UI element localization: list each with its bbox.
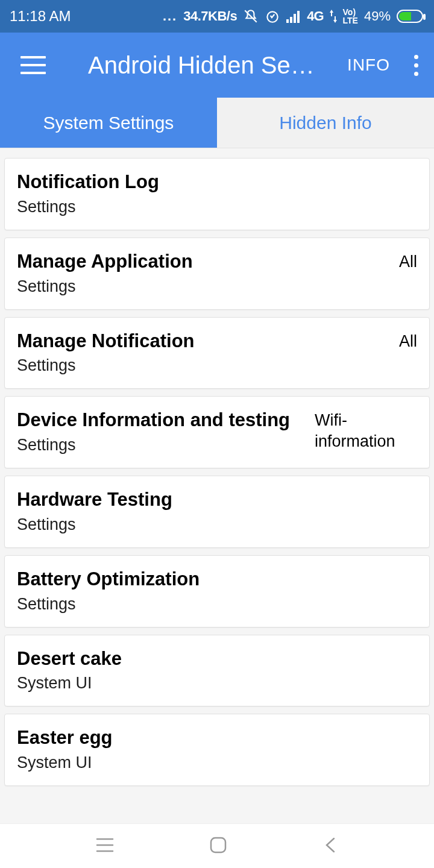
list-item-right: All xyxy=(399,250,417,272)
menu-icon[interactable] xyxy=(20,56,46,74)
list-item[interactable]: Notification Log Settings xyxy=(4,158,430,230)
status-right: ... 34.7KB/s 4G xyxy=(163,8,423,25)
overflow-menu-icon[interactable] xyxy=(412,52,421,78)
info-button[interactable]: INFO xyxy=(347,55,390,75)
app-title: Android Hidden Se… xyxy=(88,52,347,79)
tab-bar: System Settings Hidden Info xyxy=(0,98,434,148)
status-bar: 11:18 AM ... 34.7KB/s 4G xyxy=(0,0,434,33)
list-item-title: Device Information and testing xyxy=(17,409,304,432)
list-item-sub: Settings xyxy=(17,436,304,454)
tab-system-settings[interactable]: System Settings xyxy=(0,98,217,148)
status-more-icon: ... xyxy=(163,8,177,24)
list-item-title: Desert cake xyxy=(17,647,406,671)
list-item-right: All xyxy=(399,330,417,352)
svg-rect-6 xyxy=(335,16,336,20)
list-item-sub: System UI xyxy=(17,753,406,772)
svg-rect-1 xyxy=(286,19,289,23)
list-item-title: Hardware Testing xyxy=(17,488,406,512)
list-item-sub: Settings xyxy=(17,277,388,296)
svg-rect-5 xyxy=(331,13,332,16)
list-item-sub: System UI xyxy=(17,674,406,693)
list-item-title: Notification Log xyxy=(17,171,406,194)
list-item-sub: Settings xyxy=(17,515,406,534)
tab-hidden-info[interactable]: Hidden Info xyxy=(217,98,434,148)
list-item-sub: Settings xyxy=(17,356,388,375)
battery-icon xyxy=(397,10,423,23)
list-item-title: Manage Application xyxy=(17,250,388,274)
signal-icon xyxy=(286,10,301,23)
list-item-sub: Settings xyxy=(17,198,406,216)
nav-recent-icon[interactable] xyxy=(96,837,114,855)
list-item-sub: Settings xyxy=(17,595,406,614)
dnd-off-icon xyxy=(243,8,259,24)
volte-icon: Vo) LTE xyxy=(343,8,358,25)
list-item[interactable]: Desert cake System UI xyxy=(4,635,430,707)
status-time: 11:18 AM xyxy=(10,8,71,25)
battery-fill xyxy=(399,12,411,20)
list-item[interactable]: Manage Notification Settings All xyxy=(4,317,430,389)
settings-list: Notification Log Settings Manage Applica… xyxy=(0,148,434,786)
svg-rect-3 xyxy=(294,14,296,23)
list-item[interactable]: Device Information and testing Settings … xyxy=(4,396,430,468)
svg-rect-2 xyxy=(290,17,292,23)
battery-percent: 49% xyxy=(364,8,391,24)
list-item-title: Battery Optimization xyxy=(17,568,406,591)
alarm-icon xyxy=(265,8,280,24)
data-arrows-icon xyxy=(330,10,337,23)
list-item-right: Wifi-information xyxy=(315,409,417,452)
signal-4g-label: 4G xyxy=(307,8,323,24)
nav-home-icon[interactable] xyxy=(209,836,227,857)
svg-rect-4 xyxy=(297,11,300,23)
app-bar: Android Hidden Se… INFO xyxy=(0,33,434,98)
list-item[interactable]: Battery Optimization Settings xyxy=(4,555,430,627)
list-item[interactable]: Easter egg System UI xyxy=(4,714,430,786)
list-item[interactable]: Manage Application Settings All xyxy=(4,237,430,310)
status-net-speed: 34.7KB/s xyxy=(183,8,237,24)
list-item[interactable]: Hardware Testing Settings xyxy=(4,476,430,548)
android-nav-bar xyxy=(0,823,434,868)
list-item-title: Easter egg xyxy=(17,726,406,750)
list-item-title: Manage Notification xyxy=(17,330,388,353)
nav-back-icon[interactable] xyxy=(323,836,339,857)
svg-rect-10 xyxy=(211,838,225,852)
